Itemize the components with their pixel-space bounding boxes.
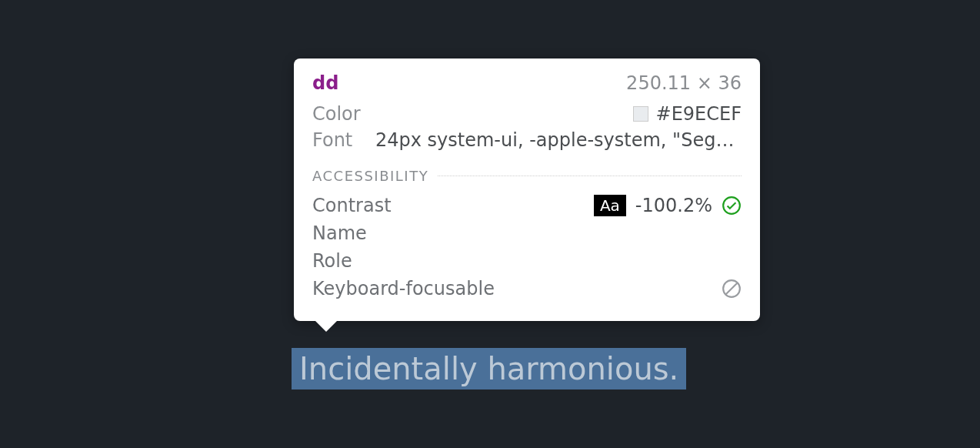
- name-row: Name: [312, 222, 742, 244]
- color-label: Color: [312, 103, 375, 125]
- tooltip-header: dd 250.11 × 36: [312, 72, 742, 94]
- accessibility-title: ACCESSIBILITY: [312, 168, 428, 184]
- name-label: Name: [312, 222, 367, 244]
- inspected-element-highlight: Incidentally harmonious.: [292, 348, 686, 389]
- element-inspector-tooltip: dd 250.11 × 36 Color #E9ECEF Font 24px s…: [294, 59, 760, 321]
- element-dimensions: 250.11 × 36: [626, 72, 742, 94]
- svg-line-2: [725, 283, 737, 294]
- contrast-percentage: -100.2%: [635, 195, 712, 216]
- role-label: Role: [312, 250, 352, 272]
- contrast-label: Contrast: [312, 195, 392, 216]
- keyboard-focusable-label: Keyboard-focusable: [312, 278, 495, 299]
- color-property-row: Color #E9ECEF: [312, 103, 742, 125]
- section-divider: [438, 176, 742, 176]
- font-property-row: Font 24px system-ui, -apple-system, "Seg…: [312, 129, 742, 151]
- contrast-sample-badge: Aa: [594, 195, 626, 216]
- not-available-icon: [722, 279, 742, 299]
- color-value-group: #E9ECEF: [633, 103, 742, 125]
- font-label: Font: [312, 129, 375, 151]
- contrast-value-group: Aa -100.2%: [594, 195, 742, 216]
- role-row: Role: [312, 250, 742, 272]
- font-value: 24px system-ui, -apple-system, "Segoe…: [375, 129, 742, 151]
- color-hex-value: #E9ECEF: [656, 103, 742, 125]
- keyboard-focusable-row: Keyboard-focusable: [312, 278, 742, 299]
- element-tag-name: dd: [312, 72, 338, 94]
- color-swatch: [633, 106, 648, 122]
- accessibility-section-header: ACCESSIBILITY: [312, 168, 742, 184]
- contrast-row: Contrast Aa -100.2%: [312, 195, 742, 216]
- svg-point-0: [723, 197, 740, 214]
- check-circle-icon: [722, 196, 742, 216]
